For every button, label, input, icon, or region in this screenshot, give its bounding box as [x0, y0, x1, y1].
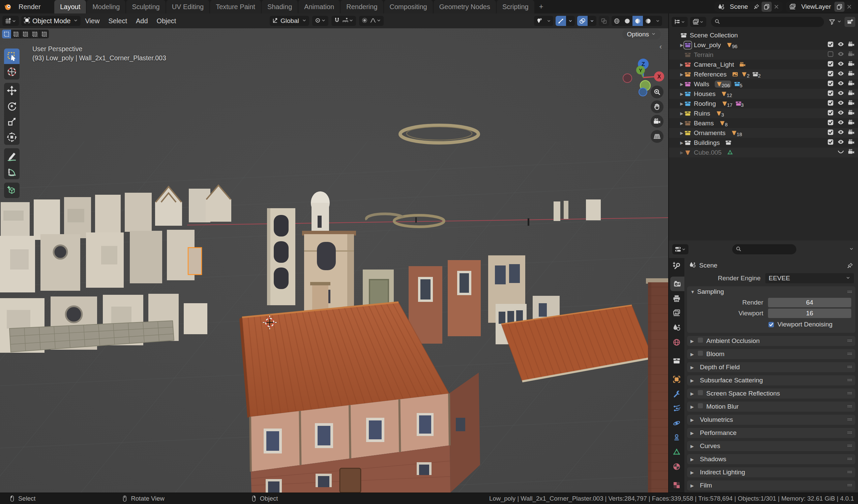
eye-icon[interactable] [838, 41, 844, 49]
camera-visibility-icon[interactable] [848, 129, 855, 137]
outliner-row-beams[interactable]: ▶Beams8 [669, 118, 858, 128]
viewlayer-browse-icon[interactable] [787, 2, 798, 12]
properties-tab-view-layer[interactable] [669, 306, 684, 320]
section-checkbox[interactable] [697, 389, 703, 397]
new-viewlayer-icon[interactable] [835, 2, 844, 12]
eye-icon[interactable] [838, 109, 844, 118]
axis-neg-x[interactable] [623, 74, 632, 83]
workspace-tab-uv-editing[interactable]: UV Editing [166, 0, 210, 14]
properties-tab-tool[interactable] [669, 258, 684, 273]
workspace-tab-rendering[interactable]: Rendering [340, 0, 383, 14]
proportional-edit-toggle[interactable] [359, 16, 384, 26]
outliner-row-ruins[interactable]: ▶Ruins3 [669, 109, 858, 118]
drag-dots-icon[interactable] [847, 377, 853, 385]
camera-visibility-icon[interactable] [848, 139, 855, 147]
viewport-menu-select[interactable]: Select [104, 14, 131, 28]
exclude-checkbox[interactable] [827, 41, 834, 49]
eye-icon[interactable] [838, 119, 844, 127]
outliner-row-roofing[interactable]: ▶Roofing173 [669, 99, 858, 109]
tool-select-box[interactable] [4, 49, 19, 64]
eye-icon[interactable] [838, 129, 844, 137]
exclude-checkbox[interactable] [827, 80, 834, 88]
drag-dots-icon[interactable] [847, 430, 853, 437]
properties-tab-particles[interactable] [669, 401, 684, 416]
camera-visibility-icon[interactable] [848, 70, 855, 79]
drag-dots-icon[interactable] [847, 469, 853, 477]
section-curves[interactable]: ▶Curves [687, 441, 855, 451]
expand-arrow[interactable]: ▶ [679, 131, 684, 135]
exclude-checkbox[interactable] [827, 129, 834, 137]
xray-toggle[interactable] [599, 16, 609, 26]
chevron-down-icon[interactable] [849, 246, 854, 252]
value-field-viewport[interactable]: 16 [768, 309, 851, 318]
properties-editor-type-button[interactable] [672, 244, 688, 254]
tool-scale[interactable] [4, 114, 19, 129]
properties-tab-world[interactable] [669, 335, 684, 349]
viewport-3d[interactable]: Object Mode ViewSelectAddObject Global [0, 14, 668, 492]
drag-dots-icon[interactable] [847, 417, 853, 424]
outliner-row-ornaments[interactable]: ▶Ornaments18 [669, 128, 858, 138]
properties-search-input[interactable] [743, 247, 785, 252]
snap-toggle[interactable] [331, 16, 356, 26]
select-mode-set[interactable] [2, 30, 12, 38]
select-mode-extend[interactable] [12, 30, 21, 38]
drag-dots-icon[interactable] [847, 289, 853, 296]
eye-icon[interactable] [838, 99, 844, 108]
outliner-search[interactable] [711, 17, 824, 27]
value-field-render[interactable]: 64 [768, 298, 851, 307]
shading-dropdown[interactable] [653, 16, 662, 26]
camera-visibility-icon[interactable] [848, 90, 855, 98]
tool-cursor[interactable] [4, 64, 19, 80]
orientation-dropdown[interactable]: Global [270, 16, 309, 26]
outliner-display-mode-dropdown[interactable] [690, 17, 706, 27]
new-collection-button[interactable] [844, 17, 855, 27]
select-mode-subtract[interactable] [21, 30, 30, 38]
pin-icon[interactable] [751, 2, 762, 12]
workspace-tab-animation[interactable]: Animation [298, 0, 340, 14]
eye-icon[interactable] [838, 90, 844, 98]
scene-browse-icon[interactable] [716, 2, 727, 12]
workspace-tab-compositing[interactable]: Compositing [384, 0, 433, 14]
select-mode-intersect[interactable] [40, 30, 49, 38]
expand-arrow[interactable]: ▶ [679, 82, 684, 86]
drag-dots-icon[interactable] [847, 351, 853, 358]
workspace-tab-layout[interactable]: Layout [54, 0, 86, 14]
filter-icon[interactable] [829, 18, 836, 25]
camera-visibility-icon[interactable] [848, 109, 855, 118]
expand-arrow[interactable]: ▶ [679, 141, 684, 145]
menu-render[interactable]: Render [14, 0, 48, 14]
axis-neg-z[interactable] [639, 88, 647, 96]
outliner-row-walls[interactable]: ▶Walls2065 [669, 79, 858, 89]
camera-visibility-icon[interactable] [848, 119, 855, 127]
expand-arrow[interactable]: ▶ [679, 101, 684, 106]
drag-dots-icon[interactable] [847, 443, 853, 451]
properties-tab-output[interactable] [669, 291, 684, 306]
exclude-checkbox[interactable] [827, 110, 834, 118]
viewlayer-selector[interactable]: ViewLayer [786, 2, 855, 12]
sampling-panel-header[interactable]: ▼ Sampling [687, 286, 855, 297]
properties-tab-physics[interactable] [669, 416, 684, 430]
shading-solid-button[interactable] [622, 16, 633, 26]
viewport-menu-view[interactable]: View [81, 14, 104, 28]
tool-measure[interactable] [4, 164, 19, 179]
outliner-row-low-poly[interactable]: ▶Low_poly96 [669, 40, 858, 50]
section-performance[interactable]: ▶Performance [687, 428, 855, 438]
close-icon[interactable] [772, 2, 781, 12]
properties-tab-modifiers[interactable] [669, 386, 684, 401]
section-shadows[interactable]: ▶Shadows [687, 454, 855, 464]
workspace-tab-scripting[interactable]: Scripting [497, 0, 534, 14]
properties-tab-render[interactable] [670, 277, 684, 291]
exclude-checkbox[interactable] [827, 90, 834, 98]
shading-material-button[interactable] [633, 16, 643, 26]
exclude-checkbox[interactable] [827, 139, 834, 147]
close-icon[interactable] [844, 2, 854, 12]
pivot-dropdown[interactable] [312, 16, 328, 26]
camera-visibility-icon[interactable] [848, 60, 855, 69]
tool-move[interactable] [4, 83, 19, 98]
camera-visibility-icon[interactable] [848, 148, 855, 157]
select-mode-invert[interactable] [30, 30, 40, 38]
expand-arrow[interactable]: ▶ [679, 43, 684, 48]
pin-icon[interactable] [847, 262, 853, 269]
tool-rotate[interactable] [4, 98, 19, 114]
outliner-row-cube-005[interactable]: ▶Cube.005 [669, 148, 858, 157]
